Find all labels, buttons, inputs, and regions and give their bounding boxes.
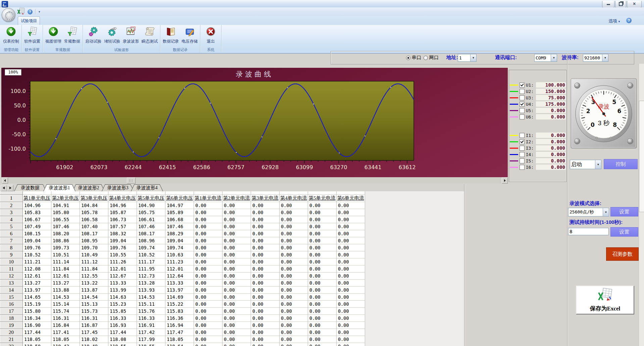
table-cell[interactable]: 0.00 (337, 265, 365, 273)
table-cell[interactable]: 0.00 (222, 329, 251, 336)
table-cell[interactable]: 112.64 (165, 273, 194, 280)
table-cell[interactable]: 0.00 (194, 223, 222, 230)
column-header[interactable]: 第5单元电压 (137, 195, 165, 202)
table-cell[interactable]: 104.96 (23, 202, 51, 209)
table-cell[interactable]: 109.04 (23, 237, 51, 244)
ribbon-button-2-1[interactable]: 常规数据 (63, 26, 82, 44)
table-cell[interactable]: 0.00 (194, 202, 222, 209)
table-cell[interactable]: 0.00 (194, 251, 222, 258)
table-cell[interactable]: 104.90 (137, 202, 165, 209)
table-cell[interactable]: 118.05 (165, 336, 194, 343)
table-cell[interactable]: 115.85 (108, 308, 137, 315)
channel-checkbox-u6[interactable] (519, 114, 525, 119)
table-cell[interactable]: 116.87 (80, 322, 108, 329)
table-cell[interactable]: 0.00 (308, 322, 337, 329)
table-cell[interactable]: 109.74 (165, 244, 194, 251)
application-menu-button[interactable] (2, 8, 15, 22)
table-cell[interactable]: 0.00 (308, 209, 337, 216)
table-cell[interactable]: 106.68 (165, 216, 194, 223)
column-header[interactable]: 第3单元电流 (251, 195, 280, 202)
table-cell[interactable]: 0.00 (222, 280, 251, 287)
table-cell[interactable]: 0.00 (222, 244, 251, 251)
table-cell[interactable]: 108.17 (80, 230, 108, 237)
sheet-tab-0[interactable]: 录波数据 (14, 184, 46, 191)
table-cell[interactable]: 0.00 (222, 202, 251, 209)
table-cell[interactable]: 0.00 (337, 237, 365, 244)
column-header[interactable]: 第2单元电流 (222, 195, 251, 202)
table-cell[interactable]: 0.00 (280, 251, 308, 258)
sheet-tab-4[interactable]: 录波波形4 (131, 184, 163, 191)
restore-button[interactable] (615, 1, 626, 8)
table-cell[interactable]: 106.67 (23, 216, 51, 223)
table-cell[interactable]: 110.51 (51, 251, 80, 258)
table-cell[interactable]: 112.61 (51, 273, 80, 280)
table-cell[interactable]: 115.83 (165, 308, 194, 315)
table-cell[interactable]: 0.00 (337, 322, 365, 329)
table-cell[interactable]: 112.01 (165, 265, 194, 273)
table-cell[interactable]: 106.73 (108, 216, 137, 223)
table-cell[interactable]: 113.33 (108, 280, 137, 287)
table-cell[interactable]: 0.00 (222, 308, 251, 315)
table-cell[interactable]: 110.52 (137, 251, 165, 258)
table-cell[interactable]: 0.00 (194, 294, 222, 301)
channel-checkbox-i4[interactable] (519, 152, 525, 157)
table-cell[interactable]: 0.00 (280, 336, 308, 343)
table-cell[interactable]: 0.00 (308, 251, 337, 258)
table-cell[interactable]: 112.55 (80, 273, 108, 280)
channel-checkbox-u2[interactable] (519, 89, 525, 94)
table-cell[interactable]: 109.04 (108, 237, 137, 244)
table-cell[interactable]: 108.32 (108, 230, 137, 237)
table-cell[interactable]: 111.17 (137, 258, 165, 265)
table-cell[interactable]: 107.46 (137, 223, 165, 230)
table-cell[interactable]: 108.86 (51, 237, 80, 244)
table-cell[interactable]: 0.00 (280, 343, 308, 346)
save-excel-button[interactable]: 保存为Excel (576, 286, 634, 314)
table-cell[interactable]: 0.00 (280, 315, 308, 322)
table-cell[interactable]: 0.00 (251, 336, 280, 343)
table-cell[interactable]: 0.00 (308, 223, 337, 230)
table-cell[interactable]: 117.99 (137, 336, 165, 343)
table-cell[interactable]: 106.61 (137, 216, 165, 223)
table-cell[interactable]: 118.05 (23, 336, 51, 343)
table-cell[interactable]: 113.99 (108, 287, 137, 294)
sheet-tab-3[interactable]: 录波波形3 (102, 184, 134, 191)
table-cell[interactable]: 0.00 (222, 237, 251, 244)
table-cell[interactable]: 0.00 (308, 336, 337, 343)
table-cell[interactable]: 0.00 (251, 308, 280, 315)
table-cell[interactable]: 0.00 (337, 287, 365, 294)
table-cell[interactable]: 0.00 (280, 216, 308, 223)
channel-checkbox-u3[interactable] (519, 95, 525, 100)
help-icon[interactable]: ? (626, 18, 632, 23)
row-number[interactable]: 16 (0, 301, 23, 308)
table-cell[interactable]: 110.52 (23, 251, 51, 258)
row-number[interactable]: 4 (0, 216, 23, 223)
table-cell[interactable]: 117.47 (165, 329, 194, 336)
table-cell[interactable]: 0.00 (280, 258, 308, 265)
duration-input[interactable] (568, 228, 609, 235)
table-cell[interactable]: 115.22 (165, 301, 194, 308)
table-cell[interactable]: 0.00 (337, 216, 365, 223)
table-cell[interactable]: 107.57 (108, 223, 137, 230)
table-cell[interactable]: 0.00 (308, 244, 337, 251)
table-cell[interactable]: 0.00 (280, 265, 308, 273)
table-cell[interactable]: 106.55 (51, 216, 80, 223)
set-duration-button[interactable]: 设置 (610, 227, 638, 237)
table-cell[interactable]: 0.00 (251, 265, 280, 273)
row-number[interactable]: 5 (0, 223, 23, 230)
table-cell[interactable]: 0.00 (308, 230, 337, 237)
table-cell[interactable]: 0.00 (251, 209, 280, 216)
table-cell[interactable]: 0.00 (308, 273, 337, 280)
table-cell[interactable]: 112.01 (108, 265, 137, 273)
column-header[interactable]: 第3单元电压 (80, 195, 108, 202)
excel-icon[interactable] (17, 8, 25, 16)
table-cell[interactable]: 116.90 (23, 322, 51, 329)
table-cell[interactable]: 0.00 (194, 258, 222, 265)
table-cell[interactable]: 0.00 (337, 230, 365, 237)
table-cell[interactable]: 0.00 (280, 230, 308, 237)
address-select[interactable]: 1▼ (458, 54, 477, 62)
column-header[interactable]: 第4单元电流 (280, 195, 308, 202)
row-number[interactable]: 17 (0, 308, 23, 315)
table-cell[interactable]: 0.00 (222, 265, 251, 273)
table-cell[interactable]: 112.73 (137, 273, 165, 280)
table-cell[interactable]: 105.75 (137, 209, 165, 216)
